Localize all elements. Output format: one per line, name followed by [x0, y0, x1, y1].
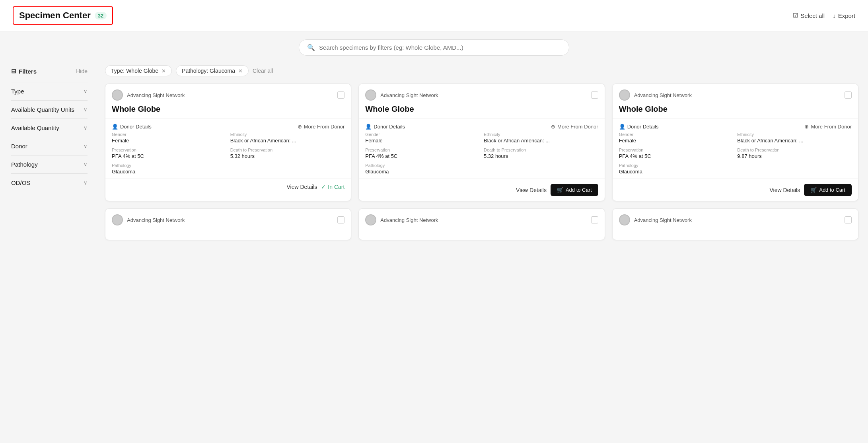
quantity-units-filter-label: Available Quantity Units [11, 106, 74, 113]
specimen-card-5: Advancing Sight Network [358, 208, 605, 240]
card-1-in-cart-indicator: ✓ In Cart [321, 184, 344, 190]
card-3-preservation-group: Preservation PFA 4% at 5C [619, 148, 734, 159]
card-6-checkbox[interactable] [845, 216, 852, 223]
card-2-ethnicity-group: Ethnicity Black or African American: ... [484, 132, 598, 144]
card-2-type-title: Whole Globe [359, 105, 604, 119]
card-3-dtp-group: Death to Preservation 9.87 hours [737, 148, 852, 159]
card-1-checkbox[interactable] [337, 91, 344, 99]
donor-icon-3: 👤 [619, 124, 625, 130]
card-5-network-name: Advancing Sight Network [380, 217, 438, 223]
card-3-network-avatar [619, 89, 630, 101]
card-3-preservation-label: Preservation [619, 148, 734, 152]
specimen-card-1: Advancing Sight Network Whole Globe 👤 Do… [105, 84, 351, 201]
filter-chip-pathology: Pathology: Glaucoma ✕ [176, 65, 249, 76]
card-3-view-details-button[interactable]: View Details [769, 187, 800, 193]
card-1-dtp-group: Death to Preservation 5.32 hours [230, 148, 345, 159]
in-cart-label: In Cart [328, 184, 344, 190]
card-2-network-info: Advancing Sight Network [365, 89, 438, 101]
card-2-network-name: Advancing Sight Network [380, 92, 438, 98]
filters-text: Filters [19, 68, 37, 75]
card-1-ethnicity-group: Ethnicity Black or African American: ... [230, 132, 345, 144]
card-3-donor-details-link[interactable]: 👤 Donor Details [619, 124, 659, 130]
card-3-section-header: 👤 Donor Details ⊕ More From Donor [619, 119, 852, 132]
filter-section-odos: OD/OS ∨ [11, 173, 88, 192]
card-2-more-from-donor-link[interactable]: ⊕ More From Donor [551, 124, 598, 130]
card-4-network-info: Advancing Sight Network [112, 214, 185, 225]
card-3-footer: View Details 🛒 Add to Cart [613, 179, 858, 201]
search-icon: 🔍 [307, 44, 315, 51]
filter-section-type: Type ∨ [11, 82, 88, 100]
clear-all-filters-button[interactable]: Clear all [253, 68, 273, 74]
card-2-preservation-value: PFA 4% at 5C [365, 153, 480, 159]
more-icon-3: ⊕ [804, 124, 809, 130]
card-3-gender-value: Female [619, 138, 734, 144]
bottom-cards-grid: Advancing Sight Network Advancing Sight … [105, 208, 858, 240]
card-6-network-name: Advancing Sight Network [634, 217, 692, 223]
hide-filters-button[interactable]: Hide [76, 68, 88, 74]
export-button[interactable]: ↓ Export [833, 12, 855, 19]
donor-icon: 👤 [112, 124, 118, 130]
card-2-dtp-value: 5.32 hours [484, 153, 598, 159]
card-1-dtp-value: 5.32 hours [230, 153, 345, 159]
content-area: Type: Whole Globe ✕ Pathology: Glaucoma … [95, 60, 868, 246]
specimen-count-badge: 32 [95, 12, 107, 19]
card-1-donor-details-link[interactable]: 👤 Donor Details [112, 124, 152, 130]
specimen-card-2: Advancing Sight Network Whole Globe 👤 Do… [358, 84, 605, 201]
export-icon: ↓ [833, 12, 836, 19]
pathology-filter-header[interactable]: Pathology ∨ [11, 161, 88, 168]
card-2-pathology-value: Glaucoma [365, 169, 480, 175]
card-1-view-details-button[interactable]: View Details [287, 184, 317, 190]
select-all-button[interactable]: ☑ Select all [793, 12, 825, 19]
type-filter-header[interactable]: Type ∨ [11, 88, 88, 95]
card-2-footer: View Details 🛒 Add to Cart [359, 179, 604, 201]
title-area: Specimen Center 32 [13, 6, 113, 25]
card-1-more-from-donor-link[interactable]: ⊕ More From Donor [298, 124, 345, 130]
remove-pathology-filter-button[interactable]: ✕ [238, 68, 243, 74]
search-input[interactable] [319, 44, 561, 51]
card-4-checkbox[interactable] [337, 216, 344, 223]
card-2-more-from-donor-label: More From Donor [557, 124, 598, 130]
filter-section-donor: Donor ∨ [11, 137, 88, 155]
card-3-more-from-donor-link[interactable]: ⊕ More From Donor [804, 124, 852, 130]
card-3-donor-details-label: Donor Details [627, 124, 659, 130]
card-4-header: Advancing Sight Network [105, 209, 351, 229]
pathology-filter-label: Pathology [11, 161, 38, 168]
filter-chips: Type: Whole Globe ✕ Pathology: Glaucoma … [105, 65, 858, 76]
filter-chip-type: Type: Whole Globe ✕ [105, 65, 172, 76]
main-layout: ⊟ Filters Hide Type ∨ Available Quantity… [0, 60, 868, 246]
remove-type-filter-button[interactable]: ✕ [162, 68, 166, 74]
card-1-preservation-group: Preservation PFA 4% at 5C [112, 148, 226, 159]
card-2-donor-details-link[interactable]: 👤 Donor Details [365, 124, 405, 130]
donor-filter-label: Donor [11, 143, 27, 150]
card-2-add-to-cart-button[interactable]: 🛒 Add to Cart [551, 184, 598, 196]
card-3-preservation-value: PFA 4% at 5C [619, 153, 734, 159]
card-3-gender-label: Gender [619, 132, 734, 137]
odos-filter-label: OD/OS [11, 179, 30, 186]
cart-icon-3: 🛒 [810, 187, 817, 193]
header: Specimen Center 32 ☑ Select all ↓ Export [0, 0, 868, 31]
header-actions: ☑ Select all ↓ Export [793, 12, 855, 19]
card-3-add-to-cart-button[interactable]: 🛒 Add to Cart [804, 184, 852, 196]
quantity-filter-header[interactable]: Available Quantity ∨ [11, 124, 88, 131]
card-2-section-header: 👤 Donor Details ⊕ More From Donor [365, 119, 598, 132]
filters-header: ⊟ Filters Hide [11, 68, 88, 75]
odos-filter-header[interactable]: OD/OS ∨ [11, 179, 88, 186]
card-3-pathology-label: Pathology [619, 163, 734, 168]
card-1-fields: Gender Female Ethnicity Black or African… [112, 132, 344, 179]
card-3-pathology-value: Glaucoma [619, 169, 734, 175]
donor-filter-header[interactable]: Donor ∨ [11, 143, 88, 150]
card-5-checkbox[interactable] [591, 216, 598, 223]
card-2-ethnicity-label: Ethnicity [484, 132, 598, 137]
card-1-header: Advancing Sight Network [105, 84, 351, 105]
pathology-chevron-icon: ∨ [84, 161, 88, 167]
quantity-units-filter-header[interactable]: Available Quantity Units ∨ [11, 106, 88, 113]
card-3-network-info: Advancing Sight Network [619, 89, 692, 101]
card-1-more-from-donor-label: More From Donor [304, 124, 345, 130]
card-3-checkbox[interactable] [845, 91, 852, 99]
select-all-label: Select all [800, 12, 825, 19]
card-2-checkbox[interactable] [591, 91, 598, 99]
card-2-view-details-button[interactable]: View Details [516, 187, 547, 193]
card-3-fields: Gender Female Ethnicity Black or African… [619, 132, 852, 179]
donor-chevron-icon: ∨ [84, 143, 88, 149]
filter-section-quantity: Available Quantity ∨ [11, 119, 88, 137]
